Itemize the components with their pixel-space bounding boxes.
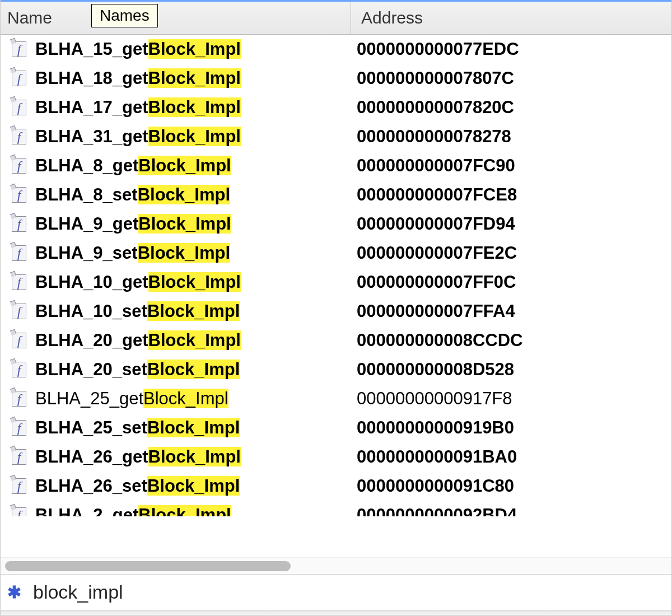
address-cell: 000000000007807C xyxy=(357,64,514,93)
search-highlight: Block_Impl xyxy=(147,360,240,379)
function-icon: f xyxy=(11,506,27,516)
table-row[interactable]: fBLHA_8_setBlock_Impl000000000007FCE8 xyxy=(1,180,671,209)
clear-filter-icon[interactable]: ✱ xyxy=(6,585,22,600)
table-row[interactable]: fBLHA_25_getBlock_Impl00000000000917F8 xyxy=(1,384,671,413)
table-row[interactable]: fBLHA_20_getBlock_Impl000000000008CCDC xyxy=(1,326,671,355)
function-icon: f xyxy=(11,186,27,204)
table-row[interactable]: fBLHA_31_getBlock_Impl0000000000078278 xyxy=(1,122,671,151)
table-row[interactable]: fBLHA_17_getBlock_Impl000000000007820C xyxy=(1,93,671,122)
table-row[interactable]: fBLHA_10_getBlock_Impl000000000007FF0C xyxy=(1,268,671,297)
name-cell: BLHA_15_getBlock_Impl xyxy=(35,35,357,64)
symbol-name: BLHA_26_setBlock_Impl xyxy=(35,472,240,501)
symbol-name: BLHA_25_getBlock_Impl xyxy=(35,384,228,413)
search-highlight: Block_Impl xyxy=(147,418,240,437)
function-icon: f xyxy=(11,69,27,87)
search-highlight: Block_Impl xyxy=(143,389,228,408)
function-icon: f xyxy=(11,361,27,379)
function-icon: f xyxy=(11,302,27,320)
function-icon: f xyxy=(11,448,27,466)
name-cell: BLHA_26_setBlock_Impl xyxy=(35,472,357,501)
table-row[interactable]: fBLHA_20_setBlock_Impl000000000008D528 xyxy=(1,355,671,384)
symbol-name: BLHA_31_getBlock_Impl xyxy=(35,122,241,151)
address-cell: 000000000007FF0C xyxy=(357,268,516,297)
search-highlight: Block_Impl xyxy=(138,214,231,234)
function-icon: f xyxy=(11,419,27,437)
table-row[interactable]: fBLHA_10_setBlock_Impl000000000007FFA4 xyxy=(1,297,671,326)
table-row[interactable]: fBLHA_9_getBlock_Impl000000000007FD94 xyxy=(1,209,671,239)
address-cell: 0000000000091BA0 xyxy=(357,442,517,472)
address-cell: 000000000007FE2C xyxy=(357,239,517,268)
name-cell: BLHA_17_getBlock_Impl xyxy=(35,93,357,122)
search-highlight: Block_Impl xyxy=(148,330,241,350)
table-row[interactable]: fBLHA_18_getBlock_Impl000000000007807C xyxy=(1,64,671,93)
name-cell: BLHA_2_getBlock_Impl xyxy=(35,501,357,516)
column-header-address[interactable]: Address xyxy=(351,2,423,34)
name-cell: BLHA_10_getBlock_Impl xyxy=(35,268,357,297)
table-header: Name Address Names xyxy=(1,0,671,35)
symbol-name: BLHA_8_setBlock_Impl xyxy=(35,180,230,209)
filter-input[interactable] xyxy=(32,581,671,604)
search-highlight: Block_Impl xyxy=(148,447,241,466)
name-cell: BLHA_25_setBlock_Impl xyxy=(35,413,357,442)
scrollbar-thumb[interactable] xyxy=(5,561,291,571)
symbol-list[interactable]: fBLHA_15_getBlock_Impl0000000000077EDCfB… xyxy=(1,35,671,557)
symbol-name: BLHA_25_setBlock_Impl xyxy=(35,413,240,442)
symbol-name: BLHA_9_getBlock_Impl xyxy=(35,209,231,239)
search-highlight: Block_Impl xyxy=(138,243,230,263)
table-row[interactable]: fBLHA_15_getBlock_Impl0000000000077EDC xyxy=(1,35,671,64)
name-cell: BLHA_20_getBlock_Impl xyxy=(35,326,357,355)
search-highlight: Block_Impl xyxy=(138,505,231,516)
symbol-name: BLHA_17_getBlock_Impl xyxy=(35,93,241,122)
function-icon: f xyxy=(11,244,27,262)
address-cell: 0000000000077EDC xyxy=(357,35,519,64)
address-cell: 000000000007FFA4 xyxy=(357,297,515,326)
search-highlight: Block_Impl xyxy=(148,127,241,146)
name-cell: BLHA_9_setBlock_Impl xyxy=(35,239,357,268)
search-highlight: Block_Impl xyxy=(138,185,230,204)
symbol-name: BLHA_10_getBlock_Impl xyxy=(35,268,241,297)
address-cell: 000000000007820C xyxy=(357,93,514,122)
table-row[interactable]: fBLHA_8_getBlock_Impl000000000007FC90 xyxy=(1,151,671,180)
address-cell: 0000000000091C80 xyxy=(357,472,514,501)
name-cell: BLHA_9_getBlock_Impl xyxy=(35,209,357,239)
symbol-name: BLHA_18_getBlock_Impl xyxy=(35,64,241,93)
address-cell: 000000000007FCE8 xyxy=(357,180,517,209)
address-cell: 00000000000919B0 xyxy=(357,413,514,442)
horizontal-scrollbar[interactable] xyxy=(1,557,671,574)
name-cell: BLHA_10_setBlock_Impl xyxy=(35,297,357,326)
name-cell: BLHA_20_setBlock_Impl xyxy=(35,355,357,384)
function-icon: f xyxy=(11,390,27,408)
symbol-name: BLHA_26_getBlock_Impl xyxy=(35,442,241,472)
table-row[interactable]: fBLHA_25_setBlock_Impl00000000000919B0 xyxy=(1,413,671,442)
function-icon: f xyxy=(11,332,27,349)
symbol-name: BLHA_10_setBlock_Impl xyxy=(35,297,240,326)
symbol-name: BLHA_8_getBlock_Impl xyxy=(35,151,231,180)
symbol-name: BLHA_2_getBlock_Impl xyxy=(35,501,231,516)
search-highlight: Block_Impl xyxy=(148,68,241,88)
function-icon: f xyxy=(11,99,27,116)
address-cell: 00000000000917F8 xyxy=(357,384,512,413)
column-header-name[interactable]: Name xyxy=(1,8,351,27)
tooltip: Names xyxy=(91,4,158,27)
function-icon: f xyxy=(11,128,27,146)
search-highlight: Block_Impl xyxy=(147,301,240,321)
table-row[interactable]: fBLHA_26_setBlock_Impl0000000000091C80 xyxy=(1,472,671,501)
name-cell: BLHA_8_getBlock_Impl xyxy=(35,151,357,180)
panel-footer-shadow xyxy=(1,610,671,615)
address-cell: 000000000007FD94 xyxy=(357,209,515,239)
address-cell: 000000000008D528 xyxy=(357,355,514,384)
table-row[interactable]: fBLHA_26_getBlock_Impl0000000000091BA0 xyxy=(1,442,671,472)
table-row[interactable]: fBLHA_2_getBlock_Impl0000000000092BD4 xyxy=(1,501,671,516)
name-cell: BLHA_18_getBlock_Impl xyxy=(35,64,357,93)
symbol-name: BLHA_15_getBlock_Impl xyxy=(35,35,241,64)
function-icon: f xyxy=(11,273,27,291)
symbol-name: BLHA_20_setBlock_Impl xyxy=(35,355,240,384)
function-icon: f xyxy=(11,157,27,175)
function-icon: f xyxy=(11,477,27,495)
address-cell: 000000000008CCDC xyxy=(357,326,522,355)
table-row[interactable]: fBLHA_9_setBlock_Impl000000000007FE2C xyxy=(1,239,671,268)
address-cell: 0000000000078278 xyxy=(357,122,511,151)
search-highlight: Block_Impl xyxy=(138,156,231,175)
filter-bar: ✱ xyxy=(1,574,671,610)
address-cell: 0000000000092BD4 xyxy=(357,501,517,516)
